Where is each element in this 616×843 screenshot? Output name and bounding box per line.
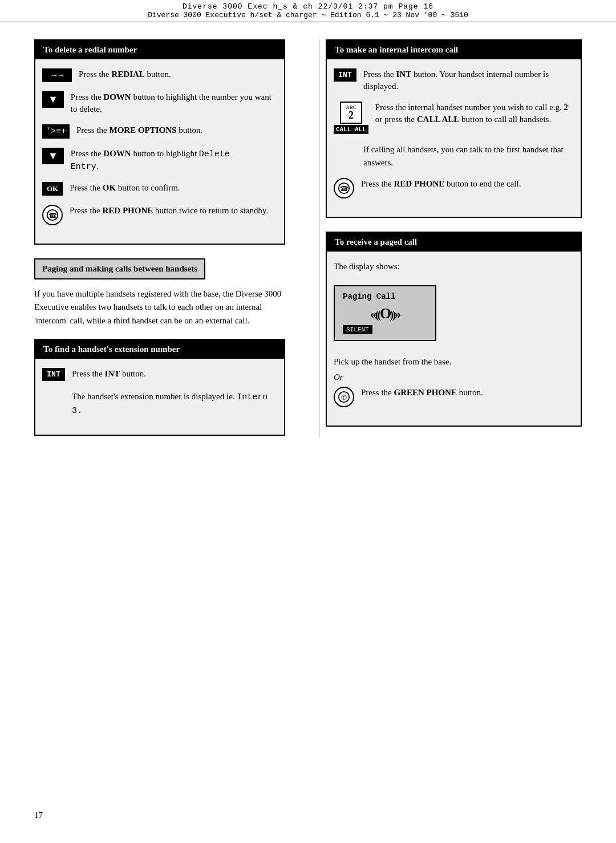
find-handset-box: To find a handset's extension number INT…	[34, 339, 285, 436]
step-red-phone-delete: ☎ Press the RED PHONE button twice to re…	[42, 205, 277, 225]
int-intercom-button-icon: INT	[334, 68, 356, 82]
step-red-phone-delete-text: Press the RED PHONE button twice to retu…	[70, 205, 277, 217]
red-phone-intercom-icon: ☎	[334, 178, 354, 198]
delete-section-title: To delete a redial number	[35, 40, 284, 59]
header-line1: Diverse 3000 Exec h_s & ch 22/3/01 2:37 …	[183, 2, 433, 11]
step-find-extension-text: The handset's extension number is displa…	[72, 390, 277, 418]
green-phone-icon: ✆	[334, 387, 354, 407]
step-abc2-callall: ABC 2 CALL ALL Press the internal handse…	[334, 102, 574, 134]
more-options-icon: '>≡+	[42, 124, 70, 139]
step-more-options-text: Press the MORE OPTIONS button.	[76, 124, 277, 136]
red-phone-intercom-circle-icon: ☎	[334, 178, 354, 198]
step-calling-all-text: If calling all handsets, you can talk to…	[363, 143, 574, 170]
receive-paged-box: To receive a paged call The display show…	[326, 232, 582, 427]
svg-text:☎: ☎	[340, 184, 348, 192]
paging-section: Paging and making calls between handsets…	[34, 258, 285, 327]
pick-up-text: Pick up the handset from the base.	[334, 356, 574, 368]
step-int-intercom: INT Press the INT button. Your handset i…	[334, 68, 574, 92]
intercom-section-body: INT Press the INT button. Your handset i…	[327, 59, 581, 217]
step-ok: OK Press the OK button to confirm.	[42, 182, 277, 196]
step-green-phone-text: Press the GREEN PHONE button.	[361, 387, 574, 399]
step-down1-text: Press the DOWN button to highlight the n…	[71, 91, 277, 115]
page-header: Diverse 3000 Exec h_s & ch 22/3/01 2:37 …	[0, 0, 616, 22]
display-screen: Paging Call «((O))» SILENT	[334, 285, 436, 341]
find-handset-title: To find a handset's extension number	[35, 340, 284, 359]
intercom-section-title: To make an internal intercom call	[327, 40, 581, 59]
right-column: To make an internal intercom call INT Pr…	[319, 39, 582, 438]
step-more-options: '>≡+ Press the MORE OPTIONS button.	[42, 124, 277, 139]
step-down2-text: Press the DOWN button to highlight Delet…	[71, 148, 277, 173]
intercom-section-box: To make an internal intercom call INT Pr…	[326, 39, 582, 218]
find-handset-body: INT Press the INT button. The handset's …	[35, 359, 284, 435]
step-redial-text: Press the REDIAL button.	[79, 68, 277, 80]
display-line1: Paging Call	[343, 292, 427, 301]
svg-text:✆: ✆	[341, 393, 347, 401]
abc2-button-icon: ABC 2	[340, 102, 362, 124]
or-text: Or	[334, 371, 574, 383]
display-silent-label: SILENT	[343, 325, 372, 334]
int-intercom-icon: INT	[334, 68, 356, 82]
red-phone-circle-icon: ☎	[42, 205, 63, 225]
step-redial: →→ Press the REDIAL button.	[42, 68, 277, 82]
down-arrow2-icon: ▼	[42, 148, 64, 164]
green-phone-circle-icon: ✆	[334, 387, 354, 407]
arrows-icon: →→	[42, 68, 72, 82]
step-red-phone-intercom: ☎ Press the RED PHONE button to end the …	[334, 178, 574, 198]
call-all-button-icon: CALL ALL	[334, 125, 368, 134]
page-number: 17	[34, 810, 43, 820]
delete-section-body: →→ Press the REDIAL button. ▼ Press the …	[35, 59, 284, 244]
receive-paged-title: To receive a paged call	[327, 233, 581, 252]
left-column: To delete a redial number →→ Press the R…	[34, 39, 297, 438]
header-line2: Diverse 3000 Executive h/set & charger ~…	[148, 11, 468, 19]
paging-header: Paging and making calls between handsets	[34, 258, 205, 279]
step-green-phone: ✆ Press the GREEN PHONE button.	[334, 387, 574, 407]
step-down1: ▼ Press the DOWN button to highlight the…	[42, 91, 277, 115]
ok-icon: OK	[42, 182, 63, 196]
step-int-find: INT Press the INT button.	[42, 368, 277, 381]
paging-title-line1: Paging and making calls between handsets	[42, 264, 197, 273]
down-button1-icon: ▼	[42, 91, 64, 108]
receive-paged-body: The display shows: Paging Call «((O))» S…	[327, 252, 581, 425]
delete-section-box: To delete a redial number →→ Press the R…	[34, 39, 285, 245]
red-phone-delete-icon: ☎	[42, 205, 63, 225]
paging-body-text: If you have multiple handsets registered…	[34, 287, 285, 327]
int-find-icon: INT	[42, 368, 65, 381]
down-arrow1-icon: ▼	[42, 91, 64, 108]
step-int-find-text: Press the INT button.	[72, 368, 277, 380]
abc2-callall-icons: ABC 2 CALL ALL	[334, 102, 368, 134]
display-shows-text: The display shows:	[334, 261, 574, 273]
more-options-button-icon: '>≡+	[42, 124, 70, 139]
step-ok-text: Press the OK button to confirm.	[70, 182, 277, 194]
ok-button-icon: OK	[42, 182, 63, 196]
step-int-intercom-text: Press the INT button. Your handset inter…	[363, 68, 574, 92]
step-down2: ▼ Press the DOWN button to highlight Del…	[42, 148, 277, 173]
int-find-button-icon: INT	[42, 368, 65, 381]
step-abc2-callall-text: Press the internal handset number you wi…	[375, 102, 574, 125]
num2-label: 2	[346, 110, 356, 120]
svg-text:☎: ☎	[48, 212, 57, 220]
step-red-phone-intercom-text: Press the RED PHONE button to end the ca…	[361, 178, 574, 190]
down-button2-icon: ▼	[42, 148, 64, 164]
display-arrows: «((O))»	[343, 301, 427, 323]
redial-button-icon: →→	[42, 68, 72, 82]
